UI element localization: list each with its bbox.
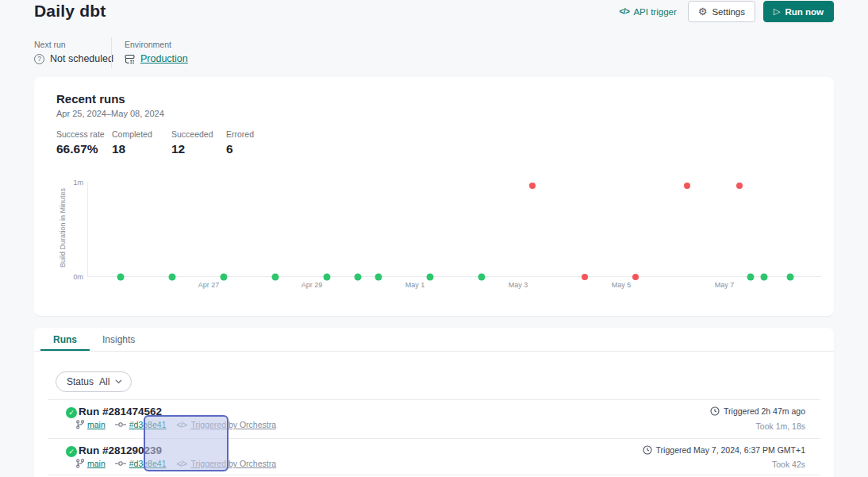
run-data-point-errored[interactable] xyxy=(736,183,743,189)
run-data-point-succeeded[interactable] xyxy=(374,274,382,281)
commit-icon xyxy=(115,421,126,428)
run-status-success-icon: ✓ xyxy=(66,407,77,418)
x-axis-tick: May 1 xyxy=(405,281,425,289)
trigger-highlight-overlay xyxy=(144,415,229,471)
recent-runs-card: Recent runs Apr 25, 2024–May 08, 2024 Su… xyxy=(34,77,834,316)
run-data-point-errored[interactable] xyxy=(632,274,639,280)
chevron-down-icon xyxy=(115,379,122,384)
run-data-point-succeeded[interactable] xyxy=(354,274,361,281)
question-circle-icon: ? xyxy=(34,54,44,64)
environment-link[interactable]: Production xyxy=(140,53,188,64)
x-axis-tick: Apr 27 xyxy=(198,281,220,289)
runs-card: Runs Insights Status All ✓ Run #28147456… xyxy=(34,328,834,477)
next-run-label: Next run xyxy=(34,40,66,49)
y-axis-tick: 1m xyxy=(52,179,83,187)
chart-y-axis xyxy=(87,183,88,277)
clock-icon xyxy=(710,406,720,416)
meta-divider xyxy=(111,37,112,68)
row-divider xyxy=(48,475,820,475)
run-data-point-succeeded[interactable] xyxy=(220,274,227,281)
run-duration: Took 1m, 18s xyxy=(756,421,805,431)
code-icon: </> xyxy=(619,7,629,16)
header-actions: </> API trigger ⚙ Settings ▷ Run now xyxy=(619,1,834,22)
clock-icon xyxy=(643,445,652,455)
tab-runs[interactable]: Runs xyxy=(40,328,90,351)
status-filter-value: All xyxy=(99,376,109,387)
git-branch-icon xyxy=(76,420,84,429)
x-axis-tick: Apr 29 xyxy=(301,281,323,289)
run-data-point-succeeded[interactable] xyxy=(747,274,755,281)
play-icon: ▷ xyxy=(774,7,780,16)
run-data-point-succeeded[interactable] xyxy=(787,274,794,281)
build-duration-chart: Build Duration in Minutes Apr 27Apr 29Ma… xyxy=(34,77,834,316)
settings-label: Settings xyxy=(712,7,745,17)
chart-y-axis-label: Build Duration in Minutes xyxy=(59,172,67,283)
run-data-point-succeeded[interactable] xyxy=(117,274,124,281)
status-filter-label: Status xyxy=(67,376,94,387)
run-data-point-errored[interactable] xyxy=(529,183,536,189)
environment-label: Environment xyxy=(125,40,171,49)
run-triggered-time: Triggered 2h 47m ago xyxy=(710,406,805,416)
next-run-text: Not scheduled xyxy=(50,53,113,64)
x-axis-tick: May 3 xyxy=(509,281,528,289)
run-duration: Took 42s xyxy=(772,460,805,469)
run-data-point-succeeded[interactable] xyxy=(761,274,768,281)
api-trigger-link[interactable]: </> API trigger xyxy=(619,7,676,17)
run-now-label: Run now xyxy=(785,7,824,17)
status-filter[interactable]: Status All xyxy=(56,371,132,392)
run-data-point-succeeded[interactable] xyxy=(478,274,485,281)
row-divider xyxy=(48,399,820,400)
commit-icon xyxy=(115,460,126,467)
chart-x-axis xyxy=(87,276,821,277)
page-title: Daily dbt xyxy=(34,2,106,21)
run-data-point-succeeded[interactable] xyxy=(323,274,330,281)
run-status-success-icon: ✓ xyxy=(66,446,77,457)
gear-icon: ⚙ xyxy=(698,6,708,17)
y-axis-tick: 0m xyxy=(52,273,83,281)
environment-icon xyxy=(125,54,135,64)
run-data-point-succeeded[interactable] xyxy=(426,274,433,281)
environment-value: Production xyxy=(125,53,188,64)
tabs-row: Runs Insights xyxy=(34,328,834,352)
run-data-point-succeeded[interactable] xyxy=(168,274,175,281)
settings-button[interactable]: ⚙ Settings xyxy=(688,1,755,22)
branch-link[interactable]: main xyxy=(87,420,106,429)
api-trigger-label: API trigger xyxy=(633,7,676,17)
x-axis-tick: May 7 xyxy=(715,281,735,289)
next-run-value: ? Not scheduled xyxy=(34,53,113,64)
run-triggered-time: Triggered May 7, 2024, 6:37 PM GMT+1 xyxy=(643,445,805,455)
run-data-point-errored[interactable] xyxy=(684,183,690,189)
branch-link[interactable]: main xyxy=(87,459,106,468)
run-now-button[interactable]: ▷ Run now xyxy=(763,1,834,22)
git-branch-icon xyxy=(76,459,84,468)
run-data-point-errored[interactable] xyxy=(582,274,588,280)
x-axis-tick: May 5 xyxy=(612,281,632,289)
tab-insights[interactable]: Insights xyxy=(90,328,148,351)
run-data-point-succeeded[interactable] xyxy=(271,274,278,281)
